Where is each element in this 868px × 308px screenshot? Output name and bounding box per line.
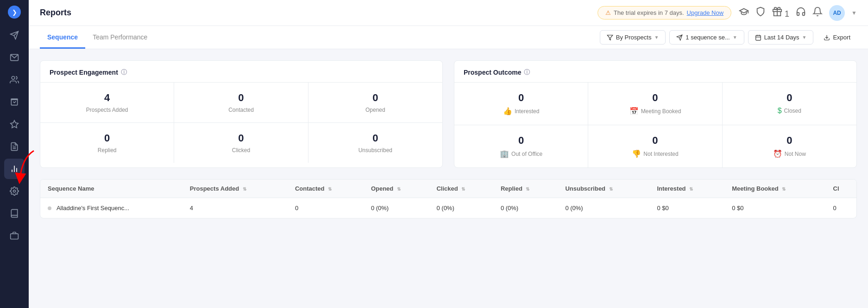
metric-out-of-office: 0 🏢 Out of Office [454, 125, 588, 167]
unsubscribed-label: Unsubscribed [316, 147, 435, 154]
tab-sequence[interactable]: Sequence [40, 27, 85, 49]
svg-rect-12 [11, 234, 19, 239]
col-contacted[interactable]: Contacted ⇅ [288, 180, 364, 198]
avatar[interactable]: AD [829, 5, 845, 21]
row-interested: 0 $0 [649, 198, 724, 218]
main-content: Reports ⚠ The trial expires in 7 days. U… [29, 0, 868, 308]
sort-meeting-booked: ⇅ [782, 186, 786, 192]
svg-marker-15 [607, 35, 613, 40]
sidebar-item-contacts[interactable] [4, 70, 25, 90]
contacted-label: Contacted [182, 107, 300, 113]
sidebar-item-send[interactable] [4, 25, 25, 45]
metric-prospects-added: 4 Prospects Added [40, 83, 174, 123]
sidebar-item-activity[interactable] [4, 114, 25, 135]
sort-interested: ⇅ [689, 186, 693, 192]
table-wrapper: Sequence Name Prospects Added ⇅ Contacte… [40, 180, 856, 218]
row-contacted: 0 [288, 198, 364, 218]
graduation-icon[interactable] [739, 6, 749, 19]
col-prospects-added[interactable]: Prospects Added ⇅ [182, 180, 288, 198]
clicked-label: Clicked [182, 147, 300, 154]
sequence-chevron: ▼ [733, 35, 737, 40]
sequences-table-section: Sequence Name Prospects Added ⇅ Contacte… [40, 179, 857, 218]
sidebar-item-briefcase[interactable] [4, 225, 25, 246]
sidebar-expand-button[interactable]: ❯ [8, 6, 21, 19]
col-replied[interactable]: Replied ⇅ [493, 180, 558, 198]
opened-value: 0 [316, 92, 435, 104]
export-label: Export [833, 34, 850, 41]
row-replied: 0 (0%) [493, 198, 558, 218]
table-row: Alladdine's First Sequenc... 4 0 0 (0%) … [40, 198, 856, 218]
sidebar-item-templates[interactable] [4, 136, 25, 157]
prospect-outcome-title: Prospect Outcome ⓘ [454, 61, 856, 83]
upgrade-link[interactable]: Upgrade Now [687, 9, 724, 16]
col-meeting-booked[interactable]: Meeting Booked ⇅ [724, 180, 825, 198]
row-sequence-name: Alladdine's First Sequenc... [40, 198, 182, 218]
col-clicked[interactable]: Clicked ⇅ [429, 180, 493, 198]
headphone-icon[interactable] [796, 6, 806, 19]
sidebar-item-knowledge[interactable] [4, 203, 25, 224]
col-sequence-name: Sequence Name [40, 180, 182, 198]
out-of-office-value: 0 [462, 135, 580, 147]
replied-label: Replied [48, 147, 166, 154]
meeting-booked-icon: 📅 [629, 107, 639, 116]
outcome-info-icon[interactable]: ⓘ [524, 68, 530, 77]
clicked-value: 0 [182, 132, 300, 144]
by-prospects-chevron: ▼ [654, 35, 659, 40]
prospects-added-value: 4 [48, 92, 166, 104]
sort-prospects-added: ⇅ [243, 186, 246, 192]
row-cl: 0 [826, 198, 856, 218]
engagement-metrics-grid: 4 Prospects Added 0 Contacted 0 Opened 0… [40, 83, 442, 163]
svg-point-11 [13, 190, 16, 192]
tabs-bar: Sequence Team Performance By Prospects ▼… [29, 26, 868, 49]
metric-meeting-booked: 0 📅 Meeting Booked [588, 83, 722, 125]
sort-contacted: ⇅ [328, 186, 332, 192]
metric-not-interested: 0 👎 Not Interested [588, 125, 722, 167]
contacted-value: 0 [182, 92, 300, 104]
warning-icon: ⚠ [605, 9, 611, 16]
prospect-engagement-section: Prospect Engagement ⓘ 4 Prospects Added … [40, 60, 443, 168]
col-interested[interactable]: Interested ⇅ [649, 180, 724, 198]
by-prospects-filter[interactable]: By Prospects ▼ [600, 30, 666, 45]
row-prospects-added: 4 [182, 198, 288, 218]
closed-value: 0 [730, 92, 849, 104]
sort-opened: ⇅ [397, 186, 401, 192]
metric-closed: 0 $ Closed [723, 83, 856, 125]
row-unsubscribed: 0 (0%) [558, 198, 649, 218]
not-interested-icon: 👎 [632, 149, 641, 158]
sidebar-item-tasks[interactable] [4, 92, 25, 112]
date-filter-label: Last 14 Days [764, 34, 799, 41]
col-opened[interactable]: Opened ⇅ [364, 180, 429, 198]
closed-icon: $ [778, 107, 782, 115]
unsubscribed-value: 0 [316, 132, 435, 144]
opened-label: Opened [316, 107, 435, 113]
prospects-added-label: Prospects Added [48, 107, 166, 113]
outcome-metrics-grid: 0 👍 Interested 0 📅 Meeting Booked [454, 83, 856, 167]
export-button[interactable]: Export [817, 31, 857, 44]
trial-text: The trial expires in 7 days. [614, 9, 684, 16]
metric-interested: 0 👍 Interested [454, 83, 588, 125]
col-unsubscribed[interactable]: Unsubscribed ⇅ [558, 180, 649, 198]
shield-icon[interactable] [755, 6, 766, 19]
out-of-office-icon: 🏢 [500, 149, 509, 158]
sidebar-item-email[interactable] [4, 47, 25, 68]
col-cl: Cl [826, 180, 856, 198]
bell-icon[interactable] [812, 6, 823, 19]
interested-label: 👍 Interested [462, 107, 580, 116]
sort-unsubscribed: ⇅ [609, 186, 613, 192]
metric-replied: 0 Replied [40, 123, 174, 163]
gift-icon[interactable]: 1 [772, 6, 789, 19]
sort-clicked: ⇅ [461, 186, 465, 192]
svg-rect-18 [755, 35, 761, 40]
page-title: Reports [40, 8, 590, 18]
sequence-filter[interactable]: 1 sequence se... ▼ [669, 30, 744, 45]
row-opened: 0 (0%) [364, 198, 429, 218]
prospect-engagement-title: Prospect Engagement ⓘ [40, 61, 442, 83]
engagement-info-icon[interactable]: ⓘ [121, 68, 127, 77]
tab-team-performance[interactable]: Team Performance [85, 27, 155, 49]
sidebar-item-settings[interactable] [4, 181, 25, 201]
date-filter[interactable]: Last 14 Days ▼ [748, 30, 814, 45]
sidebar-item-reports[interactable] [4, 159, 25, 179]
metric-contacted: 0 Contacted [174, 83, 308, 123]
chevron-down-icon[interactable]: ▼ [851, 10, 857, 16]
metric-unsubscribed: 0 Unsubscribed [308, 123, 442, 163]
